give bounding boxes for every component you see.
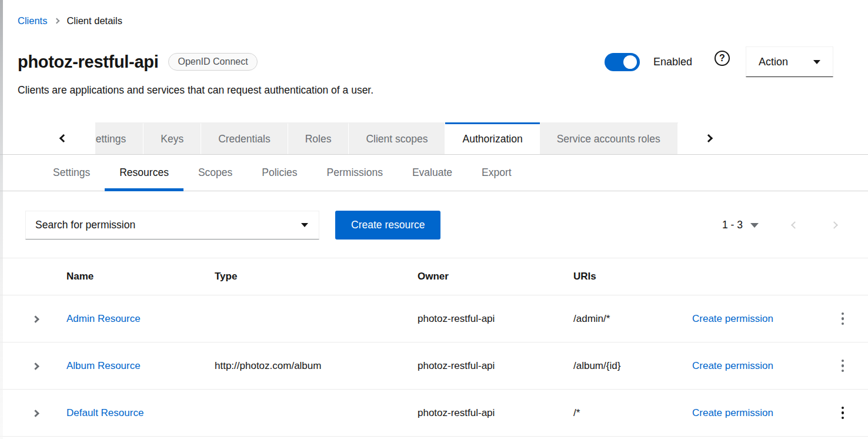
chevron-right-icon bbox=[32, 315, 39, 323]
pagination-prev-button[interactable] bbox=[791, 221, 799, 229]
page-header: Clients Client details photoz-restful-ap… bbox=[0, 0, 868, 97]
breadcrumb-current: Client details bbox=[66, 15, 122, 26]
resource-owner: photoz-restful-api bbox=[410, 407, 566, 419]
resources-toolbar: Search for permission Create resource 1 … bbox=[0, 191, 868, 240]
chevron-left-icon bbox=[59, 134, 68, 142]
table-row: Admin Resource photoz-restful-api /admin… bbox=[0, 295, 868, 342]
client-details-page: Clients Client details photoz-restful-ap… bbox=[0, 0, 868, 439]
column-header-name: Name bbox=[59, 271, 207, 282]
search-permission-placeholder: Search for permission bbox=[35, 219, 135, 231]
resource-owner: photoz-restful-api bbox=[410, 360, 566, 372]
resource-uris: /album/{id} bbox=[566, 360, 685, 372]
toggle-knob bbox=[623, 55, 637, 69]
authorization-subtabs: Settings Resources Scopes Policies Permi… bbox=[0, 155, 868, 191]
pagination: 1 - 3 bbox=[722, 219, 842, 231]
subtab-scopes[interactable]: Scopes bbox=[183, 155, 247, 191]
row-kebab-menu-button[interactable] bbox=[836, 309, 850, 329]
chevron-down-icon bbox=[813, 60, 820, 64]
tab-roles[interactable]: Roles bbox=[288, 122, 349, 154]
main-tabbar: Settings Keys Credentials Roles Client s… bbox=[0, 122, 868, 155]
pagination-next-button[interactable] bbox=[830, 221, 838, 229]
table-row: Default Resource photoz-restful-api /* C… bbox=[0, 390, 868, 437]
tab-client-scopes[interactable]: Client scopes bbox=[349, 122, 445, 154]
create-permission-link[interactable]: Create permission bbox=[692, 313, 773, 324]
resource-uris: /admin/* bbox=[566, 313, 685, 325]
subtab-resources[interactable]: Resources bbox=[105, 155, 183, 191]
resource-uris: /* bbox=[566, 407, 685, 419]
tab-settings[interactable]: Settings bbox=[95, 122, 143, 154]
subtab-permissions[interactable]: Permissions bbox=[312, 155, 398, 191]
search-permission-select[interactable]: Search for permission bbox=[25, 211, 319, 240]
action-dropdown-label: Action bbox=[759, 56, 788, 68]
breadcrumb: Clients Client details bbox=[18, 15, 833, 26]
subtab-settings[interactable]: Settings bbox=[38, 155, 105, 191]
create-permission-link[interactable]: Create permission bbox=[692, 360, 773, 371]
chevron-down-icon bbox=[750, 223, 759, 228]
row-kebab-menu-button[interactable] bbox=[836, 403, 850, 423]
resources-table: Name Type Owner URIs Admin Resource phot… bbox=[0, 258, 868, 437]
chevron-right-icon bbox=[32, 362, 39, 370]
enabled-toggle[interactable] bbox=[605, 53, 640, 71]
tab-authorization[interactable]: Authorization bbox=[445, 122, 539, 154]
subtab-evaluate[interactable]: Evaluate bbox=[398, 155, 467, 191]
tabs-scroll-right-button[interactable] bbox=[678, 122, 868, 154]
page-description: Clients are applications and services th… bbox=[18, 84, 833, 97]
enabled-label: Enabled bbox=[653, 56, 692, 68]
help-icon[interactable]: ? bbox=[715, 51, 730, 66]
column-header-owner: Owner bbox=[410, 271, 566, 282]
subtab-export[interactable]: Export bbox=[467, 155, 526, 191]
pagination-range-label: 1 - 3 bbox=[722, 219, 743, 231]
chevron-right-icon bbox=[32, 410, 39, 417]
tabs-viewport: Settings Keys Credentials Roles Client s… bbox=[95, 122, 678, 154]
table-row: Album Resource http://photoz.com/album p… bbox=[0, 342, 868, 390]
action-dropdown[interactable]: Action bbox=[746, 46, 833, 77]
tabs-scroll-left-button[interactable] bbox=[0, 122, 95, 154]
resource-name-link[interactable]: Admin Resource bbox=[66, 313, 141, 324]
create-resource-button[interactable]: Create resource bbox=[335, 211, 440, 240]
title-group: photoz-restful-api OpenID Connect bbox=[18, 52, 258, 72]
resource-owner: photoz-restful-api bbox=[410, 313, 566, 325]
tab-keys[interactable]: Keys bbox=[143, 122, 201, 154]
protocol-badge: OpenID Connect bbox=[168, 53, 257, 71]
resource-name-link[interactable]: Default Resource bbox=[66, 407, 143, 418]
subtab-policies[interactable]: Policies bbox=[247, 155, 312, 191]
page-title: photoz-restful-api bbox=[18, 52, 158, 72]
column-header-uris: URIs bbox=[566, 271, 685, 282]
tab-service-accounts-roles[interactable]: Service accounts roles bbox=[540, 122, 678, 154]
row-expand-button[interactable] bbox=[0, 360, 59, 372]
tab-credentials[interactable]: Credentials bbox=[201, 122, 288, 154]
chevron-right-icon bbox=[705, 134, 713, 142]
row-expand-button[interactable] bbox=[0, 313, 59, 325]
header-controls: Enabled ? Action bbox=[605, 46, 833, 77]
sidebar-edge-shadow bbox=[0, 0, 3, 439]
column-header-type: Type bbox=[207, 271, 410, 282]
pagination-nav bbox=[792, 222, 842, 228]
breadcrumb-chevron-icon bbox=[55, 19, 59, 23]
table-header-row: Name Type Owner URIs bbox=[0, 258, 868, 295]
breadcrumb-clients-link[interactable]: Clients bbox=[18, 15, 47, 26]
row-kebab-menu-button[interactable] bbox=[836, 356, 850, 376]
pagination-range-dropdown[interactable]: 1 - 3 bbox=[722, 219, 759, 231]
resource-name-link[interactable]: Album Resource bbox=[66, 360, 141, 371]
resource-type: http://photoz.com/album bbox=[207, 360, 410, 372]
tabs-strip: Settings Keys Credentials Roles Client s… bbox=[95, 122, 678, 154]
chevron-down-icon bbox=[301, 223, 308, 227]
title-row: photoz-restful-api OpenID Connect Enable… bbox=[18, 46, 833, 77]
create-permission-link[interactable]: Create permission bbox=[692, 407, 773, 418]
row-expand-button[interactable] bbox=[0, 407, 59, 419]
